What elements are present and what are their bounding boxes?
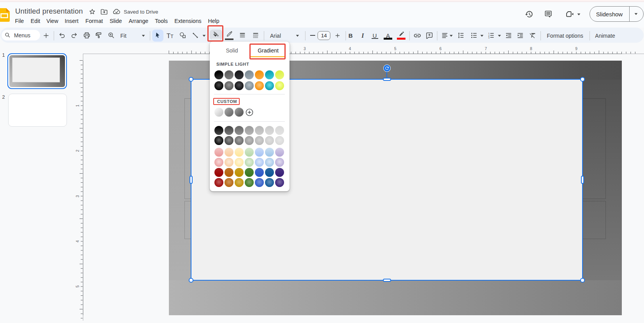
svg-text:3: 3 <box>488 37 490 39</box>
